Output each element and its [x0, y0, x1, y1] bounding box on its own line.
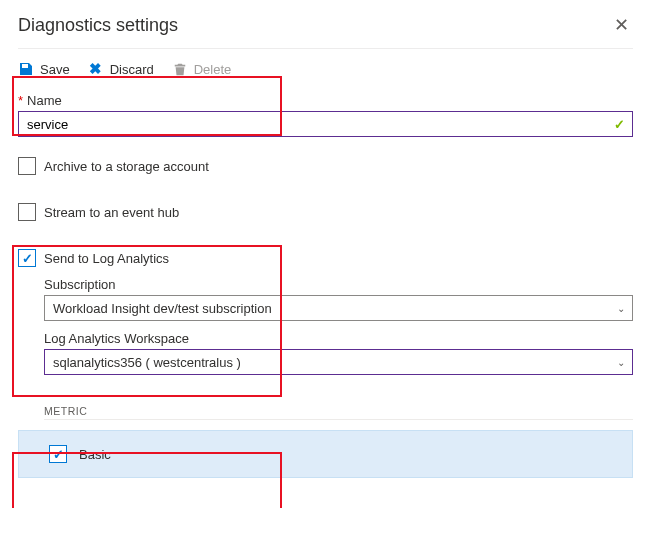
divider	[18, 48, 633, 49]
loganalytics-checkbox-row[interactable]: Send to Log Analytics	[18, 249, 633, 267]
workspace-label: Log Analytics Workspace	[44, 331, 633, 346]
metric-basic-label: Basic	[79, 447, 111, 462]
metric-basic-row[interactable]: Basic	[18, 430, 633, 478]
chevron-down-icon: ⌄	[617, 303, 625, 314]
subscription-value: Workload Insight dev/test subscription	[44, 295, 633, 321]
name-field-block: *Name ✓	[18, 93, 633, 137]
save-icon	[18, 61, 34, 77]
close-icon[interactable]: ✕	[610, 10, 633, 40]
archive-checkbox-row[interactable]: Archive to a storage account	[18, 157, 633, 175]
page-title: Diagnostics settings	[18, 15, 178, 36]
eventhub-label: Stream to an event hub	[44, 205, 179, 220]
chevron-down-icon: ⌄	[617, 357, 625, 368]
subscription-label: Subscription	[44, 277, 633, 292]
name-input[interactable]	[18, 111, 633, 137]
discard-icon: ✖	[88, 61, 104, 77]
workspace-dropdown[interactable]: sqlanalytics356 ( westcentralus ) ⌄	[44, 349, 633, 375]
archive-label: Archive to a storage account	[44, 159, 209, 174]
delete-button: Delete	[172, 61, 232, 77]
metric-basic-checkbox[interactable]	[49, 445, 67, 463]
required-star-icon: *	[18, 93, 23, 108]
delete-icon	[172, 61, 188, 77]
subscription-dropdown[interactable]: Workload Insight dev/test subscription ⌄	[44, 295, 633, 321]
save-label: Save	[40, 62, 70, 77]
archive-checkbox[interactable]	[18, 157, 36, 175]
valid-check-icon: ✓	[614, 117, 625, 132]
eventhub-checkbox[interactable]	[18, 203, 36, 221]
save-button[interactable]: Save	[18, 61, 70, 77]
delete-label: Delete	[194, 62, 232, 77]
metric-section-header: METRIC	[44, 405, 633, 420]
workspace-value: sqlanalytics356 ( westcentralus )	[44, 349, 633, 375]
loganalytics-label: Send to Log Analytics	[44, 251, 169, 266]
discard-label: Discard	[110, 62, 154, 77]
eventhub-checkbox-row[interactable]: Stream to an event hub	[18, 203, 633, 221]
toolbar: Save ✖ Discard Delete	[18, 57, 633, 87]
discard-button[interactable]: ✖ Discard	[88, 61, 154, 77]
loganalytics-checkbox[interactable]	[18, 249, 36, 267]
name-label: *Name	[18, 93, 633, 108]
